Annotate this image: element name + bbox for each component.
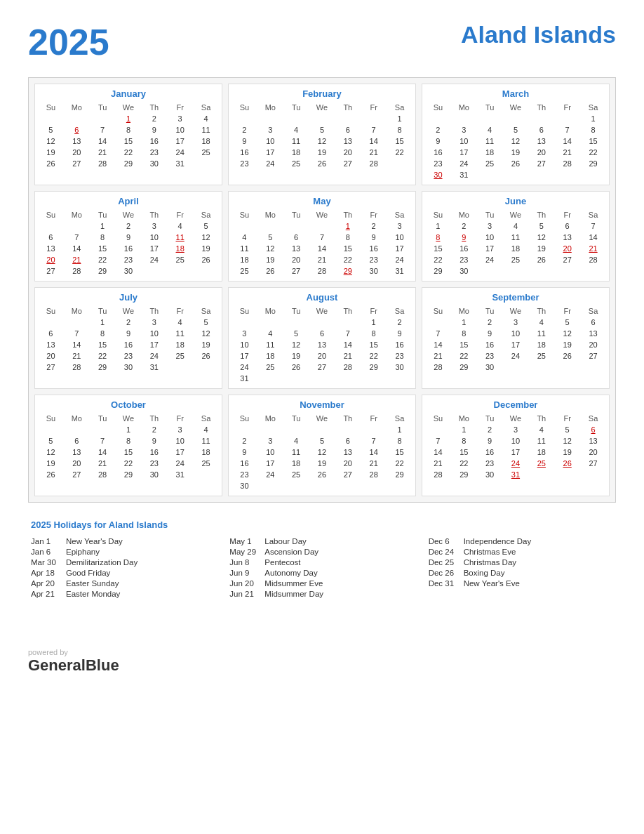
calendar-day: 19 [554,339,580,350]
day-header: Su [425,102,451,113]
holidays-title: 2025 Holidays for Aland Islands [31,519,613,530]
calendar-day: 27 [64,158,90,169]
calendar-day: 22 [451,458,477,469]
calendar-day: 12 [38,446,64,458]
calendar-day: 12 [38,135,64,147]
day-header: Sa [387,209,412,220]
country-title: Aland Islands [461,21,616,48]
calendar-day: 20 [554,243,580,254]
calendar-day: 30 [141,158,167,169]
calendar-day: 24 [232,362,257,373]
calendar-day: 19 [309,458,335,469]
calendar-day: 18 [167,243,193,254]
day-header: Sa [580,102,606,113]
calendar-day: 19 [283,350,309,362]
calendar-day: 5 [193,220,219,232]
calendar-day: 9 [141,435,167,446]
calendar-day: 21 [64,350,90,362]
month-title: March [425,88,606,99]
day-header: Tu [90,305,116,317]
day-header: Sa [387,305,412,317]
calendar-day: 6 [38,328,64,339]
calendar-day: 2 [387,317,412,328]
calendar-day: 30 [451,265,477,277]
calendar-day: 2 [361,220,387,232]
calendar-day: 8 [387,124,412,135]
calendar-day: 20 [335,458,361,469]
calendar-day: 26 [257,265,283,277]
day-header: Su [232,305,257,317]
calendar-day: 3 [477,220,503,232]
day-header: Tu [477,413,503,424]
calendar-day: 14 [580,232,606,243]
holiday-name: Autonomy Day [264,569,317,577]
month-box-january: JanuarySuMoTuWeThFrSa1234567891011121314… [34,84,222,185]
calendar-day: 25 [257,362,283,373]
calendar-day: 18 [167,339,193,350]
month-box-september: SeptemberSuMoTuWeThFrSa12345678910111213… [422,287,610,389]
calendar-day [503,169,529,180]
calendar-day: 12 [554,328,580,339]
calendar-day: 9 [232,135,257,147]
calendar-day: 23 [387,350,412,362]
month-box-july: JulySuMoTuWeThFrSa1234567891011121314151… [34,287,222,389]
calendar-day: 16 [451,243,477,254]
calendar-day: 1 [451,424,477,435]
holiday-item: Jun 21Midsummer Day [229,590,414,598]
calendar-day: 20 [38,254,64,265]
month-title: June [425,196,606,206]
calendar-day: 6 [335,435,361,446]
calendar-day: 24 [167,458,193,469]
day-header: Tu [283,102,309,113]
calendar-day: 19 [38,147,64,158]
month-box-march: MarchSuMoTuWeThFrSa123456789101112131415… [422,84,610,185]
calendar-day: 22 [425,254,451,265]
holiday-date: Apr 21 [31,590,60,598]
calendar-day: 4 [193,113,219,124]
calendar-day [554,169,580,180]
calendar-day: 28 [425,362,451,373]
calendar-day: 10 [257,446,283,458]
calendar-day: 27 [580,458,606,469]
day-header: Mo [64,413,90,424]
holiday-name: Midsummer Day [264,590,323,598]
day-header: Fr [554,413,580,424]
calendar-day: 6 [64,124,90,135]
calendar-day: 8 [90,232,116,243]
calendar-day: 7 [64,328,90,339]
calendar-day: 5 [554,317,580,328]
calendar-day: 15 [116,446,142,458]
calendar-day: 11 [477,135,503,147]
calendar-day: 21 [425,458,451,469]
calendar-day: 4 [528,317,554,328]
calendar-day: 11 [503,232,529,243]
calendar-day: 22 [116,147,142,158]
calendar-day: 17 [232,350,257,362]
calendar-day: 21 [64,254,90,265]
day-header: Th [141,209,167,220]
calendar-day: 27 [554,254,580,265]
holiday-item: May 29Ascension Day [229,548,414,556]
month-title: December [425,399,606,410]
calendar-day: 10 [387,232,412,243]
calendar-day: 30 [232,480,257,491]
calendar-day: 6 [580,424,606,435]
holiday-name: Independence Day [464,537,532,545]
day-header: Sa [387,413,412,424]
calendar-day: 23 [116,254,142,265]
calendar-day: 30 [361,265,387,277]
calendar-day: 15 [387,446,412,458]
calendar-day [361,424,387,435]
holiday-date: Dec 26 [429,569,458,577]
calendar-day: 14 [361,135,387,147]
calendar-day: 28 [580,254,606,265]
day-header: Th [335,305,361,317]
calendar-day: 15 [425,243,451,254]
calendar-day: 11 [232,243,257,254]
calendar-day [580,169,606,180]
month-table: SuMoTuWeThFrSa12345678910111213141516171… [232,102,412,169]
calendar-day: 2 [232,124,257,135]
calendar-day: 18 [283,458,309,469]
calendar-day: 24 [503,458,529,469]
calendar-day: 22 [361,350,387,362]
